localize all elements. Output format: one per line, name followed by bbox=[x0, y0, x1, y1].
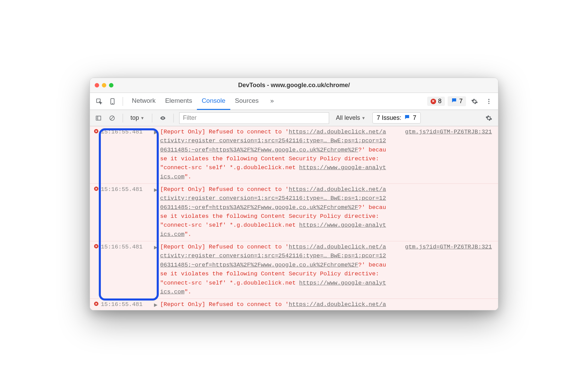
context-label: top bbox=[130, 114, 139, 122]
issues-button[interactable]: 7 Issues: 7 bbox=[372, 112, 421, 124]
log-source-link[interactable]: gtm.js?id=GTM-PZ6TRJB:321 bbox=[405, 128, 492, 136]
log-text: [Report Only] Refused to connect to ' bbox=[160, 129, 289, 135]
divider bbox=[152, 114, 152, 123]
error-icon bbox=[93, 128, 99, 181]
tab-overflow[interactable]: » bbox=[265, 93, 279, 110]
levels-selector[interactable]: All levels ▼ bbox=[332, 114, 369, 122]
console-log-row[interactable]: 15:16:55.481▶[Report Only] Refused to co… bbox=[90, 241, 498, 299]
console-log-row[interactable]: 15:16:55.481▶[Report Only] Refused to co… bbox=[90, 126, 498, 184]
context-selector[interactable]: top ▼ bbox=[128, 114, 146, 122]
svg-point-4 bbox=[488, 101, 489, 102]
tab-network[interactable]: Network bbox=[127, 93, 160, 110]
expand-icon[interactable]: ▶ bbox=[154, 185, 160, 239]
live-expression-button[interactable] bbox=[158, 113, 168, 123]
error-icon: ✕ bbox=[431, 99, 436, 104]
device-toolbar-button[interactable] bbox=[107, 96, 119, 107]
filter-input[interactable] bbox=[179, 112, 329, 124]
minimize-window-button[interactable] bbox=[102, 83, 106, 87]
issues-count: 7 bbox=[413, 114, 416, 122]
error-count-badge[interactable]: ✕ 8 bbox=[427, 97, 445, 106]
expand-icon[interactable]: ▶ bbox=[154, 243, 160, 296]
error-count: 8 bbox=[438, 98, 442, 105]
console-body: 15:16:55.481▶[Report Only] Refused to co… bbox=[90, 126, 498, 310]
dropdown-icon: ▼ bbox=[361, 116, 366, 120]
log-text: [Report Only] Refused to connect to ' bbox=[160, 186, 289, 193]
divider bbox=[123, 97, 123, 106]
console-settings-button[interactable] bbox=[483, 112, 495, 124]
window-title: DevTools - www.google.co.uk/chrome/ bbox=[90, 82, 498, 89]
expand-icon[interactable]: ▶ bbox=[154, 300, 160, 310]
console-toolbar: top ▼ All levels ▼ 7 Issues: 7 bbox=[90, 110, 498, 126]
dropdown-icon: ▼ bbox=[140, 116, 144, 120]
error-icon bbox=[93, 185, 99, 239]
error-icon bbox=[93, 243, 99, 296]
svg-point-5 bbox=[488, 103, 489, 104]
log-message: [Report Only] Refused to connect to 'htt… bbox=[160, 128, 495, 181]
levels-label: All levels bbox=[336, 114, 360, 122]
divider bbox=[123, 114, 123, 123]
log-message: [Report Only] Refused to connect to 'htt… bbox=[160, 300, 495, 310]
main-tabbar: NetworkElementsConsoleSources » ✕ 8 7 bbox=[90, 93, 498, 110]
show-console-sidebar-button[interactable] bbox=[93, 113, 104, 123]
inspect-element-button[interactable] bbox=[93, 96, 105, 107]
close-window-button[interactable] bbox=[95, 83, 99, 87]
tab-elements[interactable]: Elements bbox=[160, 93, 197, 110]
zoom-window-button[interactable] bbox=[109, 83, 113, 87]
console-log-row[interactable]: 15:16:55.481▶[Report Only] Refused to co… bbox=[90, 299, 498, 310]
expand-icon[interactable]: ▶ bbox=[154, 128, 160, 181]
log-message: [Report Only] Refused to connect to 'htt… bbox=[160, 185, 495, 239]
log-message: [Report Only] Refused to connect to 'htt… bbox=[160, 243, 495, 296]
svg-line-9 bbox=[111, 116, 114, 119]
log-text: [Report Only] Refused to connect to ' bbox=[160, 301, 289, 308]
svg-point-3 bbox=[488, 99, 489, 100]
settings-button[interactable] bbox=[469, 96, 480, 107]
log-text: [Report Only] Refused to connect to ' bbox=[160, 244, 289, 250]
log-timestamp: 15:16:55.481 bbox=[99, 185, 154, 239]
message-icon bbox=[404, 114, 410, 122]
log-source-link[interactable]: gtm.js?id=GTM-PZ6TRJB:321 bbox=[405, 243, 492, 252]
divider bbox=[173, 114, 174, 123]
issues-label: 7 Issues: bbox=[377, 114, 401, 122]
log-timestamp: 15:16:55.481 bbox=[99, 300, 154, 310]
log-text: ". bbox=[184, 289, 191, 295]
error-icon bbox=[93, 300, 99, 310]
log-text: ". bbox=[184, 174, 191, 180]
message-icon bbox=[451, 97, 457, 105]
titlebar: DevTools - www.google.co.uk/chrome/ bbox=[90, 78, 498, 93]
devtools-window: DevTools - www.google.co.uk/chrome/ Netw… bbox=[90, 78, 498, 310]
tab-console[interactable]: Console bbox=[197, 93, 230, 110]
console-log-row[interactable]: 15:16:55.481▶[Report Only] Refused to co… bbox=[90, 184, 498, 241]
more-menu-button[interactable] bbox=[483, 96, 495, 107]
clear-console-button[interactable] bbox=[107, 113, 117, 123]
traffic-lights bbox=[95, 83, 113, 87]
log-timestamp: 15:16:55.481 bbox=[99, 243, 154, 296]
message-count: 7 bbox=[459, 98, 463, 105]
log-text: ". bbox=[184, 231, 191, 238]
tab-sources[interactable]: Sources bbox=[230, 93, 264, 110]
message-count-badge[interactable]: 7 bbox=[448, 96, 466, 106]
log-timestamp: 15:16:55.481 bbox=[99, 128, 154, 181]
